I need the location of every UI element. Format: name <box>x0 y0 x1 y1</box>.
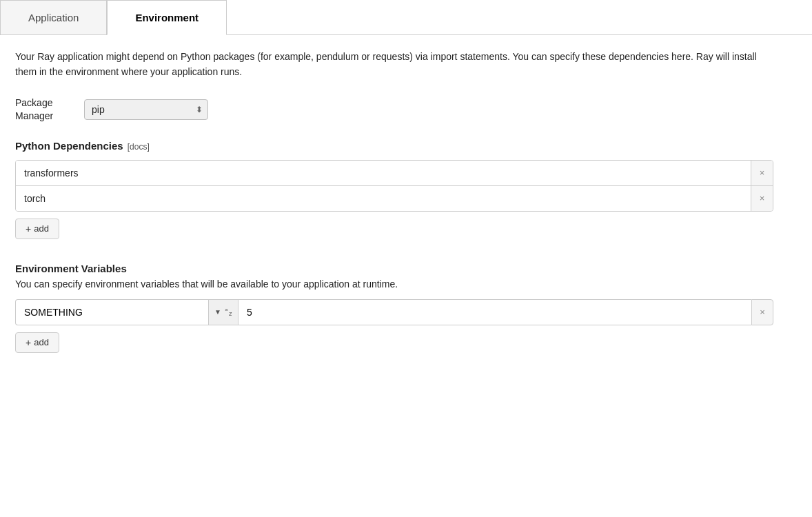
tab-environment[interactable]: Environment <box>107 0 227 35</box>
env-row-0: ▼ ᵃz × <box>15 299 773 325</box>
tab-bar: Application Environment <box>0 0 812 35</box>
main-content: Your Ray application might depend on Pyt… <box>0 49 812 390</box>
dependency-list: × × <box>15 160 773 212</box>
tab-application[interactable]: Application <box>0 0 107 34</box>
env-value-input-0[interactable] <box>238 299 751 325</box>
dependency-remove-1[interactable]: × <box>751 186 773 211</box>
dependency-add-label: add <box>34 223 49 234</box>
env-remove-0[interactable]: × <box>751 299 773 325</box>
description-text: Your Ray application might depend on Pyt… <box>15 49 773 80</box>
dependency-input-1[interactable] <box>16 186 751 211</box>
env-variables-description: You can specify environment variables th… <box>15 278 797 290</box>
docs-link[interactable]: [docs] <box>128 142 150 152</box>
env-add-button[interactable]: + add <box>15 332 59 353</box>
remove-icon-0: × <box>760 168 765 178</box>
plus-icon-env: + <box>26 337 31 348</box>
dependency-row-0: × <box>16 161 773 186</box>
env-key-input-0[interactable] <box>15 299 208 325</box>
package-manager-select-wrapper: pip conda <box>84 99 208 120</box>
package-manager-row: Package Manager pip conda <box>15 97 797 123</box>
python-dependencies-title: Python Dependencies [docs] <box>15 140 797 152</box>
dependency-row-1: × <box>16 186 773 211</box>
env-variables-title: Environment Variables <box>15 263 797 274</box>
remove-icon-1: × <box>760 193 765 203</box>
env-type-select-wrapper-0[interactable]: ▼ ᵃz <box>208 299 238 325</box>
plus-icon-dependencies: + <box>26 223 31 234</box>
env-variables-section: Environment Variables You can specify en… <box>15 263 797 369</box>
python-dependencies-section: Python Dependencies [docs] × × + add <box>15 140 797 256</box>
env-add-label: add <box>34 337 49 347</box>
dependency-remove-0[interactable]: × <box>751 161 773 185</box>
package-manager-select[interactable]: pip conda <box>84 99 208 120</box>
dependency-input-0[interactable] <box>16 161 751 185</box>
package-manager-label: Package Manager <box>15 97 70 123</box>
dependency-add-button[interactable]: + add <box>15 219 59 239</box>
env-type-icon-0: ᵃz <box>224 307 232 317</box>
dropdown-arrow-icon-0: ▼ <box>214 308 221 316</box>
env-remove-icon-0: × <box>760 307 765 317</box>
